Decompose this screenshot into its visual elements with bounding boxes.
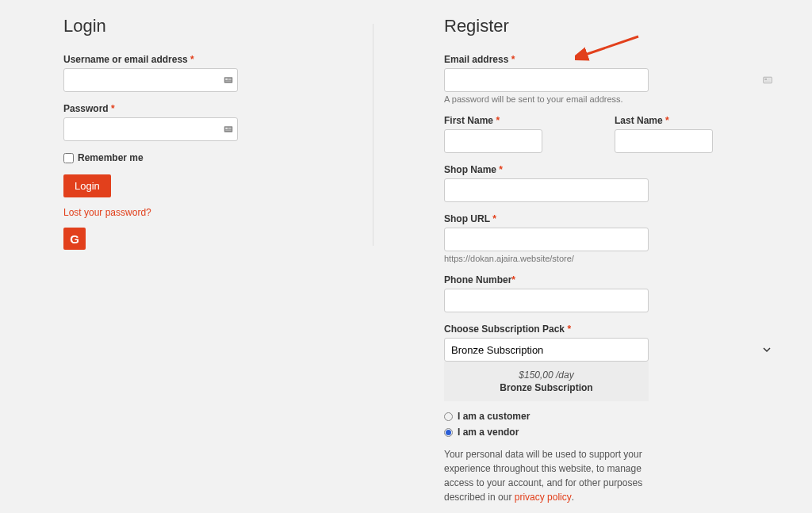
shop-name-input[interactable] [444, 178, 649, 202]
remember-me-label: Remember me [78, 152, 144, 163]
login-button[interactable]: Login [63, 174, 111, 197]
shop-name-label: Shop Name * [444, 164, 777, 175]
column-divider [373, 24, 373, 246]
svg-rect-2 [225, 78, 228, 80]
subscription-details: $150,00 /day Bronze Subscription [444, 362, 649, 401]
svg-rect-10 [225, 130, 232, 131]
subscription-label: Choose Subscription Pack * [444, 323, 777, 335]
contact-card-icon [224, 124, 233, 134]
shop-url-prefix: https://dokan.ajaira.website/store/ [444, 254, 777, 263]
svg-rect-5 [225, 81, 232, 82]
role-vendor-label: I am a vendor [458, 427, 519, 438]
shop-url-label: Shop URL * [444, 213, 777, 224]
svg-rect-4 [228, 79, 232, 80]
password-label: Password * [63, 103, 396, 114]
svg-rect-9 [228, 128, 232, 129]
google-login-button[interactable]: G [63, 228, 86, 250]
username-label: Username or email address * [63, 54, 396, 65]
remember-me-checkbox[interactable] [63, 153, 74, 163]
svg-rect-8 [228, 128, 232, 128]
contact-card-icon [763, 75, 772, 85]
svg-rect-13 [768, 79, 771, 80]
privacy-policy-link[interactable]: privacy policy [515, 490, 572, 504]
last-name-input[interactable] [615, 129, 713, 153]
google-icon: G [70, 232, 79, 246]
chevron-down-icon [763, 346, 771, 354]
role-vendor-radio[interactable]: I am a vendor [444, 427, 777, 438]
shop-url-input[interactable] [444, 228, 649, 251]
radio-icon [444, 428, 453, 437]
last-name-label: Last Name * [615, 115, 777, 126]
role-customer-radio[interactable]: I am a customer [444, 411, 777, 422]
phone-input[interactable] [444, 289, 649, 312]
lost-password-link[interactable]: Lost your password? [63, 207, 151, 218]
contact-card-icon [224, 75, 233, 85]
subscription-price: $150,00 /day [452, 369, 641, 381]
radio-icon [444, 412, 453, 421]
first-name-input[interactable] [444, 129, 542, 153]
annotation-arrow-icon [575, 33, 646, 65]
svg-rect-12 [764, 78, 767, 80]
svg-line-0 [583, 36, 638, 56]
phone-label: Phone Number* [444, 274, 777, 285]
role-customer-label: I am a customer [458, 411, 530, 422]
subscription-name: Bronze Subscription [452, 382, 641, 393]
email-input[interactable] [444, 68, 649, 92]
subscription-select[interactable]: Bronze Subscription [444, 338, 649, 362]
svg-rect-3 [228, 78, 232, 79]
svg-rect-14 [764, 81, 771, 82]
password-input[interactable] [63, 117, 238, 141]
first-name-label: First Name * [444, 115, 607, 126]
password-sent-hint: A password will be sent to your email ad… [444, 94, 777, 104]
privacy-text: Your personal data will be used to suppo… [444, 447, 650, 504]
login-heading: Login [63, 16, 396, 36]
username-input[interactable] [63, 68, 238, 92]
svg-rect-7 [225, 128, 228, 129]
